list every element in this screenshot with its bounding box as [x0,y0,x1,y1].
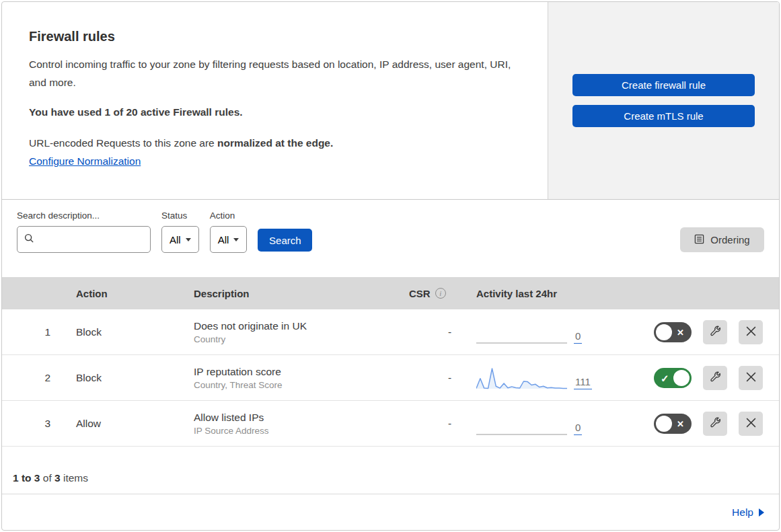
search-button[interactable]: Search [258,229,312,252]
activity-cell: 0 [466,411,621,436]
rule-controls [621,366,779,390]
activity-cell: 0 [466,319,621,345]
chevron-down-icon [186,238,191,241]
status-group: Status All [161,211,199,253]
close-icon [745,417,757,430]
toggle-state-icon [677,328,684,336]
normalization-bold: normalized at the edge. [217,137,333,149]
enable-rule-toggle[interactable] [654,414,692,434]
edit-rule-button[interactable] [703,320,727,344]
firewall-rules-panel: Firewall rules Control incoming traffic … [1,1,780,531]
page-title: Firewall rules [29,29,521,44]
csr-value: - [396,326,466,338]
rule-description: Does not originate in UK [194,320,396,332]
rule-controls [621,412,779,436]
status-dropdown[interactable]: All [161,226,199,253]
info-icon[interactable] [435,288,446,299]
rule-priority: 1 [2,326,63,338]
table-row: 2 Block IP reputation score Country, Thr… [2,355,779,401]
search-input[interactable] [40,234,143,245]
action-selected-value: All [218,234,229,245]
status-label: Status [161,211,199,221]
action-dropdown[interactable]: All [210,226,248,253]
page-description: Control incoming traffic to your zone by… [29,55,513,91]
delete-rule-button[interactable] [739,412,763,436]
configure-normalization-link[interactable]: Configure Normalization [29,155,141,167]
rule-criteria: Country, Threat Score [194,380,396,390]
normalization-prefix: URL-encoded Requests to this zone are [29,137,217,149]
delete-rule-button[interactable] [739,320,763,344]
activity-sparkline [476,365,567,391]
ordering-list-icon [694,234,704,246]
activity-sparkline [476,319,567,345]
close-icon [745,326,757,339]
column-header-action: Action [63,288,180,299]
enable-rule-toggle[interactable] [654,368,692,388]
rule-action: Block [63,326,180,338]
wrench-icon [709,371,722,385]
pagination-summary: 1 to 3 of 3 items [2,447,779,494]
normalization-note: URL-encoded Requests to this zone are no… [29,137,521,149]
actions-panel: Create firewall rule Create mTLS rule [548,2,779,199]
arrow-right-icon [759,508,764,517]
status-selected-value: All [170,234,181,245]
column-header-description: Description [180,288,396,299]
activity-sparkline [476,411,567,436]
action-group: Action All [210,211,248,253]
wrench-icon [709,325,722,340]
table-row: 3 Allow Allow listed IPs IP Source Addre… [2,401,779,447]
search-box [17,226,151,253]
rule-description-cell: Does not originate in UK Country [180,320,396,344]
rule-description-cell: Allow listed IPs IP Source Address [180,412,396,436]
pagination-range: 1 to 3 [13,472,40,484]
column-header-csr: CSR [396,288,466,299]
create-firewall-rule-button[interactable]: Create firewall rule [572,74,755,96]
help-link[interactable]: Help [732,506,764,519]
header-text-block: Firewall rules Control incoming traffic … [2,2,548,199]
toggle-knob [656,416,672,432]
ordering-button[interactable]: Ordering [680,227,764,252]
filter-bar: Search description... Status All Action … [2,200,779,277]
toggle-knob [673,370,690,386]
activity-count-link[interactable]: 0 [574,330,582,344]
edit-rule-button[interactable] [703,412,727,436]
help-footer: Help [2,494,779,530]
create-mtls-rule-button[interactable]: Create mTLS rule [572,105,755,127]
table-header: Action Description CSR Activity last 24h… [2,277,779,309]
close-icon [745,371,757,385]
table-row: 1 Block Does not originate in UK Country… [2,309,779,355]
rule-action: Block [63,372,180,384]
wrench-icon [709,416,722,431]
rule-priority: 2 [2,372,63,384]
rule-criteria: Country [194,334,396,344]
rule-description-cell: IP reputation score Country, Threat Scor… [180,366,396,390]
rule-description: Allow listed IPs [194,412,396,424]
help-link-label: Help [732,506,753,519]
csr-header-label: CSR [409,288,431,299]
pagination-of: of [40,472,54,484]
chevron-down-icon [233,238,239,241]
rule-criteria: IP Source Address [194,426,396,436]
rule-description: IP reputation score [194,366,396,378]
rule-priority: 3 [2,418,63,430]
activity-cell: 111 [466,365,621,391]
enable-rule-toggle[interactable] [654,322,692,342]
activity-count-link[interactable]: 0 [574,422,582,435]
header-section: Firewall rules Control incoming traffic … [2,2,779,200]
pagination-items: items [61,472,88,484]
toggle-state-icon [661,373,669,383]
rule-action: Allow [63,418,180,430]
activity-count-link[interactable]: 111 [574,376,592,389]
action-label: Action [210,211,248,221]
rule-controls [621,320,779,344]
search-group: Search description... [17,211,151,253]
search-icon [24,233,34,246]
delete-rule-button[interactable] [739,366,763,390]
toggle-state-icon [677,419,684,428]
csr-value: - [396,372,466,384]
pagination-total: 3 [54,472,61,484]
edit-rule-button[interactable] [703,366,727,390]
column-header-activity: Activity last 24hr [466,288,621,299]
csr-value: - [396,418,466,430]
search-description-label: Search description... [17,211,151,221]
